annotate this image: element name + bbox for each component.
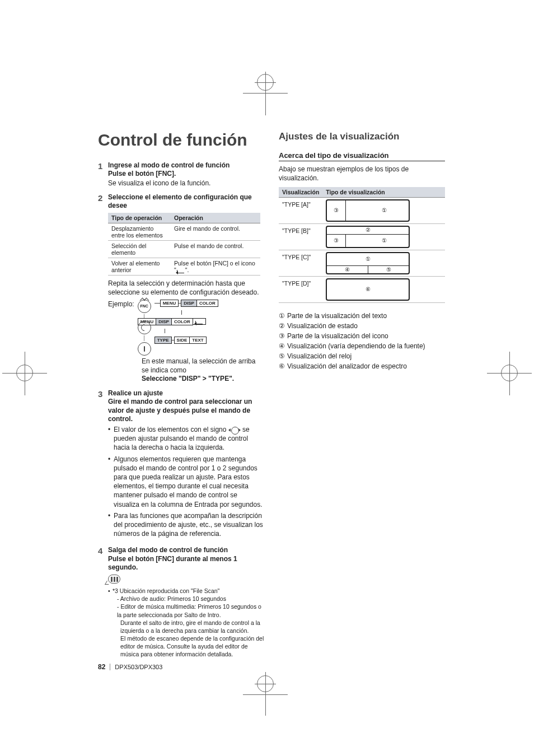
table-cell: "TYPE [A]" [279,198,322,224]
marker-1: ① [382,208,387,213]
menu-chip: COLOR [172,318,193,325]
table-row: "TYPE [C]" ① ④ ⑤ [279,250,445,277]
registration-mark [16,365,33,381]
connector [165,329,165,333]
table-row: "TYPE [D]" ⑥ [279,277,445,303]
table-cell: "TYPE [D]" [279,277,322,303]
marker-1: ① [279,311,285,321]
marker-6: ⑥ [366,287,371,292]
return-chip [193,318,206,325]
marker-2: ② [366,227,371,233]
text: - Editor de música multimedia: Primeros … [113,603,264,618]
connector [154,303,160,304]
step-title: Salga del modo de control de función [108,546,264,555]
step-title: Ingrese al modo de control de función [108,161,264,170]
menu-chip: MENU [160,300,179,307]
registration-mark [257,675,274,692]
text: Parte de la visualización del texto [287,311,387,321]
marker-4: ④ [279,341,285,351]
table-row: Selección del elemento Pulse el mando de… [108,241,260,258]
left-right-control-icon [228,427,241,433]
legend-item: ①Parte de la visualización del texto [279,311,445,321]
left-column: Control de función 1 Ingrese al modo de … [98,131,264,664]
table-header: Tipo de visualización [322,187,445,198]
right-column: Ajustes de la visualización Acerca del t… [279,131,445,664]
bullet-list: El valor de los elementos con el signo s… [108,425,264,538]
text: *3 Ubicación reproducida con "File Scan" [113,587,219,594]
subsection-title: Acerca del tipo de visualización [279,151,445,161]
marker-1: ① [382,238,387,244]
return-icon [195,319,203,324]
table-cell: Pulse el mando de control. [171,241,260,258]
step-text: Se visualiza el icono de la función. [108,179,264,188]
marker-5: ⑤ [279,351,285,361]
menu-chip: SIDE [174,337,190,344]
registration-mark [501,365,518,381]
step-number: 4 [98,546,108,572]
text: - Archivo de audio: Primeros 10 segundos [113,595,264,603]
table-cell: Selección del elemento [108,241,171,258]
table-header: Tipo de operación [108,213,171,223]
step-text: Repita la selección y determinación hast… [108,279,264,297]
display-type-d-diagram: ⑥ [326,278,410,301]
rotate-knob-icon [138,321,151,334]
page-number: 82 [98,663,105,671]
step-instruction: Pulse el botón [FNC] durante al menos 1 … [108,555,264,572]
menu-chip: COLOR [197,300,218,307]
intro-text: Abajo se muestran ejemplos de los tipos … [279,165,445,183]
list-item: Algunos elementos requieren que mantenga… [108,455,264,509]
connector [181,310,182,315]
divider [110,664,110,670]
step-1: 1 Ingrese al modo de control de función … [98,161,264,188]
text: ". [185,267,189,273]
section-title: Ajustes de la visualización [279,131,445,142]
text: Parte de la visualización del icono [287,331,388,341]
table-cell: "TYPE [C]" [279,250,322,277]
step-number: 2 [98,193,108,211]
registration-mark [257,74,274,91]
display-type-c-diagram: ① ④ ⑤ [326,252,410,274]
display-type-b-diagram: ② ③ ① [326,226,410,248]
menu-chip: DISP [181,300,197,307]
table-header: Operación [171,213,260,223]
page: Control de función 1 Ingrese al modo de … [0,0,534,756]
step-title: Seleccione el elemento de configuración … [108,193,264,211]
content: Control de función 1 Ingrese al modo de … [98,131,445,664]
knob-label: FNC [140,304,148,308]
text: El valor de los elementos con el signo [114,426,228,433]
text: El método de escaneo depende de la confi… [113,634,264,659]
marker-3: ③ [334,238,339,244]
list-item: El valor de los elementos con el signo s… [108,425,264,452]
step-number: 3 [98,389,108,541]
step-text: En este manual, la selección de arriba s… [142,357,264,375]
legend-item: ③Parte de la visualización del icono [279,331,445,341]
table-row: "TYPE [A]" ③ ① [279,198,445,224]
step-2: 2 Seleccione el elemento de configuració… [98,193,264,384]
table-cell: Gire el mando de control. [171,223,260,241]
step-instruction: Seleccione "DISP" > "TYPE". [142,375,264,384]
marker-4: ④ [345,267,350,273]
text: Visualización de estado [287,321,358,331]
connector [144,335,144,341]
display-type-a-diagram: ③ ① [326,199,410,222]
table-cell: "TYPE [B]" [279,224,322,250]
footer: 82 DPX503/DPX303 [98,663,162,671]
marker-2: ② [279,321,285,331]
page-title: Control de función [98,131,264,149]
legend-item: ②Visualización de estado [279,321,445,331]
text: Visualización del analizador de espectro [287,361,407,371]
fnc-knob-icon: FNC [138,300,151,313]
step-instruction: Gire el mando de control para selecciona… [108,398,264,424]
step-number: 1 [98,161,108,188]
list-item: Para las funciones que acompañan la desc… [108,511,264,539]
step-title: Realice un ajuste [108,389,264,398]
table-row: Volver al elemento anterior Pulse el bot… [108,258,260,276]
marker-1: ① [366,256,371,262]
push-knob-icon [138,342,151,356]
note-list: *3 Ubicación reproducida con "File Scan"… [108,587,264,659]
marker-5: ⑤ [386,267,391,273]
step-4: 4 Salga del modo de control de función P… [98,546,264,658]
legend-item: ⑤Visualización del reloj [279,351,445,361]
text: Visualización (varía dependiendo de la f… [287,341,425,351]
display-type-table: Visualización Tipo de visualización "TYP… [279,187,445,303]
